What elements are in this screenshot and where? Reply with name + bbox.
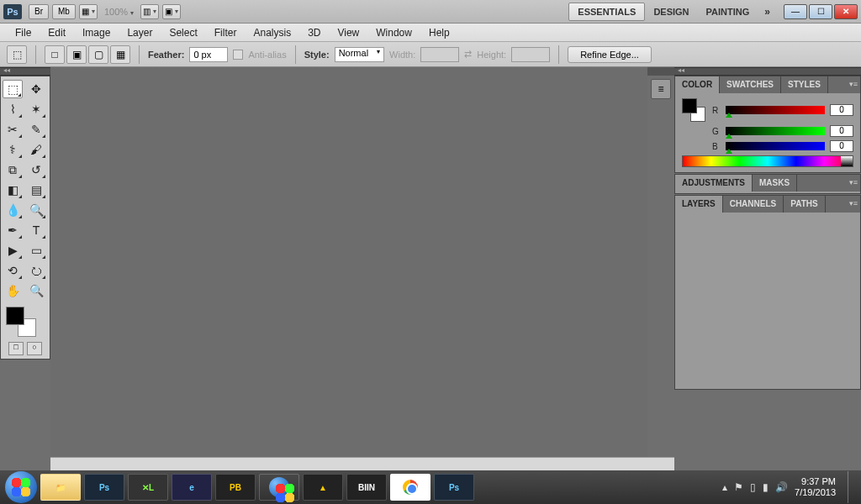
history-panel-icon[interactable]: ≡ [651,79,671,99]
color-panel-swatches[interactable] [682,98,707,122]
tray-volume-icon[interactable]: 🔊 [775,481,788,493]
tool-move[interactable]: ✥ [26,80,46,98]
zoom-level[interactable]: 100% [104,7,134,17]
taskbar-chrome[interactable] [390,474,430,501]
menu-select[interactable]: Select [161,25,205,40]
window-maximize-button[interactable]: ☐ [809,4,832,19]
taskbar-clock[interactable]: 9:37 PM 7/19/2013 [795,476,841,498]
layers-panel-menu-icon[interactable]: ▾≡ [847,196,860,213]
menu-help[interactable]: Help [420,25,458,40]
tray-show-hidden-icon[interactable]: ▴ [722,481,727,493]
tab-layers[interactable]: LAYERS [675,196,723,213]
tab-paths[interactable]: PATHS [784,196,825,213]
taskbar-photoshop[interactable]: Ps [84,474,124,501]
tool-eyedropper[interactable]: ✎ [26,120,46,139]
tool-pen[interactable]: ✒ [3,221,23,239]
tool-type[interactable]: T [26,221,46,239]
standard-mode-button[interactable]: □ [8,342,24,355]
r-value[interactable]: 0 [830,104,853,116]
tool-brush[interactable]: 🖌 [26,140,46,159]
taskbar-photoshop-2[interactable]: Ps [434,474,474,501]
workspace-painting[interactable]: PAINTING [698,3,758,20]
screen-mode-dropdown[interactable]: ▣ [162,4,181,19]
tray-flag-icon[interactable]: ⚑ [734,481,743,493]
tool-gradient[interactable]: ▤ [26,181,46,199]
b-slider[interactable] [726,142,825,150]
tool-stamp[interactable]: ⧉ [3,160,23,179]
tool-history-brush[interactable]: ↺ [26,160,46,179]
taskbar-pb[interactable]: PB [215,474,256,501]
tool-marquee[interactable]: ⬚ [3,80,23,98]
tray-network-icon[interactable]: ▮ [763,481,769,493]
menu-window[interactable]: Window [367,25,420,40]
color-swatches[interactable] [3,305,48,339]
taskbar-biin[interactable]: BIIN [346,474,387,501]
menu-layer[interactable]: Layer [119,25,161,40]
tool-quick-select[interactable]: ✶ [26,100,46,118]
menu-filter[interactable]: Filter [206,25,246,40]
tool-eraser[interactable]: ◧ [3,181,23,199]
bridge-button[interactable]: Br [29,4,49,19]
current-tool-icon[interactable]: ⬚ [7,45,27,64]
tool-3d-orbit[interactable]: ⭮ [26,261,46,280]
new-selection-icon[interactable]: □ [45,45,65,64]
r-slider[interactable] [726,106,825,114]
taskbar-xl[interactable]: ✕L [128,474,168,501]
minibridge-button[interactable]: Mb [52,4,76,19]
menu-view[interactable]: View [329,25,367,40]
taskbar-aimp[interactable]: ▲ [303,474,343,501]
tool-hand[interactable]: ✋ [3,281,23,300]
dock-grip[interactable] [647,67,674,76]
color-panel-menu-icon[interactable]: ▾≡ [847,76,860,93]
menu-3d[interactable]: 3D [299,25,329,40]
tool-path-select[interactable]: ▶ [3,241,23,260]
refine-edge-button[interactable]: Refine Edge... [568,46,652,63]
tool-blur[interactable]: 💧 [3,201,23,219]
b-value[interactable]: 0 [830,140,853,152]
tool-3d-rotate[interactable]: ⟲ [3,261,23,280]
tool-shape[interactable]: ▭ [26,241,46,260]
foreground-color-swatch[interactable] [6,307,24,325]
quick-mask-button[interactable]: ○ [27,342,42,355]
workspace-more-icon[interactable]: » [758,6,777,18]
start-button[interactable] [5,471,37,503]
taskbar-mediacenter[interactable] [259,474,299,501]
menu-image[interactable]: Image [74,25,119,40]
taskbar-explorer[interactable]: 📁 [40,474,81,501]
window-minimize-button[interactable]: — [784,4,807,19]
horizontal-scrollbar[interactable] [50,457,674,470]
subtract-selection-icon[interactable]: ▢ [88,45,108,64]
workspace-design[interactable]: DESIGN [645,3,697,20]
color-spectrum[interactable] [682,155,853,167]
window-close-button[interactable]: ✕ [834,4,858,19]
menu-analysis[interactable]: Analysis [245,25,299,40]
workspace-essentials[interactable]: ESSENTIALS [568,3,645,21]
menu-file[interactable]: File [7,25,40,40]
g-value[interactable]: 0 [830,125,853,137]
tool-crop[interactable]: ✂ [3,120,23,139]
feather-input[interactable] [189,47,228,62]
g-slider[interactable] [726,127,825,135]
panels-grip[interactable] [674,67,861,76]
tab-swatches[interactable]: SWATCHES [720,76,781,93]
toolbox-grip[interactable] [0,67,50,76]
taskbar-ie[interactable]: e [172,474,212,501]
menu-edit[interactable]: Edit [40,25,74,40]
view-extras-dropdown[interactable]: ▦ [79,4,98,19]
show-desktop-button[interactable] [848,471,856,503]
add-selection-icon[interactable]: ▣ [66,45,87,64]
intersect-selection-icon[interactable]: ▦ [110,45,130,64]
tray-battery-icon[interactable]: ▯ [750,481,756,493]
tab-color[interactable]: COLOR [675,76,720,93]
tool-lasso[interactable]: ⌇ [3,100,23,118]
tab-channels[interactable]: CHANNELS [723,196,784,213]
tool-healing[interactable]: ⚕ [3,140,23,159]
tool-dodge[interactable]: 🔍 [26,201,46,219]
tab-styles[interactable]: STYLES [781,76,828,93]
tab-adjustments[interactable]: ADJUSTMENTS [675,175,753,192]
arrange-documents-dropdown[interactable]: ▥ [140,4,159,19]
tool-zoom[interactable]: 🔍 [26,281,46,300]
style-select[interactable]: Normal [335,47,384,62]
panel-fg-swatch[interactable] [682,98,697,113]
tab-masks[interactable]: MASKS [753,175,797,192]
